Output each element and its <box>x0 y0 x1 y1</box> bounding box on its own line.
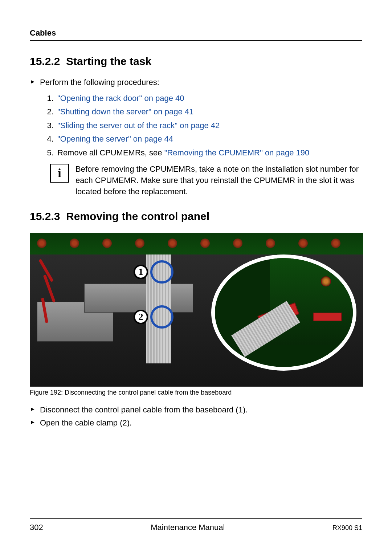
procedure-intro: Perform the following procedures: <box>30 78 362 87</box>
doc-title: Maintenance Manual <box>151 523 225 532</box>
pcb-strip <box>30 233 363 254</box>
cross-reference-link[interactable]: "Opening the server" on page 44 <box>57 134 173 143</box>
post-figure-steps: Disconnect the control panel cable from … <box>30 405 362 428</box>
figure-image: 1 2 <box>30 233 363 387</box>
model-id: RX900 S1 <box>332 524 362 532</box>
footer-rule <box>30 518 362 519</box>
cross-reference-link[interactable]: "Removing the CPUMEMR" on page 190 <box>164 148 310 157</box>
info-icon: i <box>50 164 69 183</box>
cross-reference-link[interactable]: "Shutting down the server" on page 41 <box>57 107 193 116</box>
zoom-inset <box>211 254 356 371</box>
list-item: Remove all CPUMEMRs, see "Removing the C… <box>56 146 362 159</box>
list-item: "Opening the server" on page 44 <box>56 132 362 146</box>
section-number: 15.2.3 <box>30 210 60 222</box>
list-item: "Shutting down the server" on page 41 <box>56 105 362 118</box>
page-footer: 302 Maintenance Manual RX900 S1 <box>30 518 362 532</box>
procedure-list: "Opening the rack door" on page 40 "Shut… <box>30 91 362 159</box>
procedure-step: Disconnect the control panel cable from … <box>30 405 362 415</box>
cross-reference-link[interactable]: "Sliding the server out of the rack" on … <box>57 121 220 130</box>
section-title: Removing the control panel <box>66 210 209 222</box>
section-heading-15-2-3: 15.2.3 Removing the control panel <box>30 210 362 223</box>
callout-circle-1 <box>150 260 173 284</box>
chapter-header: Cables <box>30 28 362 38</box>
list-item: "Sliding the server out of the rack" on … <box>56 119 362 132</box>
list-item-text: Remove all CPUMEMRs, see <box>57 148 164 157</box>
figure: 1 2 Figure 192: Disconnecting the contro… <box>30 233 362 396</box>
procedure-step: Open the cable clamp (2). <box>30 418 362 428</box>
info-text: Before removing the CPUMEMRs, take a not… <box>75 164 362 197</box>
info-note: i Before removing the CPUMEMRs, take a n… <box>50 164 362 197</box>
section-number: 15.2.2 <box>30 55 60 67</box>
page-number: 302 <box>30 523 43 532</box>
section-title: Starting the task <box>66 55 151 67</box>
cross-reference-link[interactable]: "Opening the rack door" on page 40 <box>57 94 184 103</box>
section-heading-15-2-2: 15.2.2 Starting the task <box>30 55 362 68</box>
header-rule <box>30 40 362 41</box>
list-item: "Opening the rack door" on page 40 <box>56 91 362 105</box>
callout-circle-2 <box>150 305 173 329</box>
figure-caption: Figure 192: Disconnecting the control pa… <box>30 389 362 396</box>
